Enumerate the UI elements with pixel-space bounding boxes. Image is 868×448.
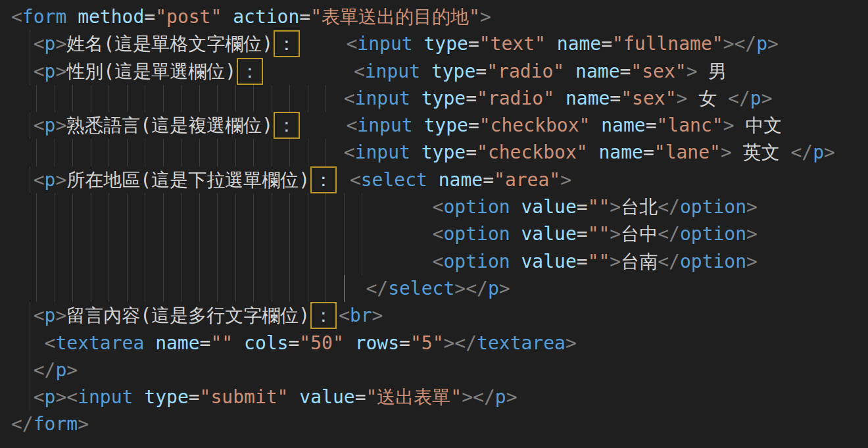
code-token-tag: option bbox=[680, 196, 746, 218]
code-token-string: "radio" bbox=[477, 87, 554, 109]
code-token-tag: p bbox=[45, 386, 56, 408]
code-token-tag: input bbox=[357, 33, 412, 55]
indent-guide-line bbox=[163, 275, 164, 302]
code-token-punctuation: > bbox=[677, 87, 688, 109]
indent-guide-line bbox=[127, 248, 128, 275]
indent-guide-line bbox=[289, 85, 290, 112]
code-token-attribute: name bbox=[155, 332, 199, 354]
code-token-operator: = bbox=[468, 33, 479, 55]
code-token-tag: p bbox=[45, 169, 56, 191]
code-token-punctuation: > bbox=[560, 169, 571, 191]
code-line: <option value="">台中</option> bbox=[0, 220, 868, 247]
code-token-text: 姓名(這是單格文字欄位) bbox=[66, 33, 273, 55]
code-token-punctuation: > bbox=[824, 141, 835, 163]
code-token-text: 熟悉語言(這是複選欄位) bbox=[66, 114, 273, 136]
code-line: <p><input type="submit" value="送出表單"></p… bbox=[0, 384, 868, 411]
indent-guide-line bbox=[55, 248, 55, 275]
code-token-whitespace bbox=[11, 196, 433, 218]
indent-guide-line bbox=[91, 275, 91, 302]
code-token-punctuation: < bbox=[433, 251, 444, 272]
code-token-string: "lane" bbox=[654, 141, 721, 163]
unicode-highlight-colon: ： bbox=[237, 58, 263, 85]
indent-guide-line bbox=[344, 220, 345, 247]
code-token-punctuation: < bbox=[433, 196, 444, 218]
code-token-punctuation: < bbox=[339, 305, 350, 326]
code-token-whitespace bbox=[339, 169, 350, 191]
code-token-punctuation: > bbox=[480, 6, 491, 28]
indent-guide-line bbox=[308, 220, 308, 247]
code-token-tag: p bbox=[495, 386, 506, 408]
code-token-string: "5" bbox=[410, 332, 444, 354]
indent-guide-line bbox=[235, 193, 236, 220]
code-token-text bbox=[546, 33, 557, 55]
code-token-punctuation: </ bbox=[658, 196, 680, 218]
code-token-attribute: name bbox=[439, 169, 483, 191]
indent-guide-line bbox=[72, 220, 73, 247]
code-token-string: "post" bbox=[155, 6, 222, 28]
indent-guide-line bbox=[308, 193, 308, 220]
indent-guide-line bbox=[253, 85, 254, 112]
indent-guide-line bbox=[272, 139, 272, 166]
indent-guide-line bbox=[72, 275, 73, 302]
code-token-punctuation: < bbox=[354, 61, 365, 82]
code-token-tag: p bbox=[750, 87, 761, 109]
code-token-text bbox=[413, 33, 424, 55]
code-token-text: 台北 bbox=[621, 196, 658, 218]
code-token-punctuation: < bbox=[344, 141, 355, 163]
code-token-text bbox=[410, 87, 422, 109]
code-token-text bbox=[413, 114, 424, 136]
code-editor[interactable]: <form method="post" action="表單送出的目的地"> <… bbox=[0, 0, 868, 448]
code-token-operator: = bbox=[288, 332, 299, 354]
indent-guide-line bbox=[36, 248, 37, 275]
code-token-tag: option bbox=[680, 251, 746, 272]
indent-guide-line bbox=[36, 139, 37, 166]
indent-guide-line bbox=[91, 85, 91, 112]
indent-guide-line bbox=[272, 248, 272, 275]
indent-guide-line bbox=[199, 248, 200, 275]
code-token-punctuation: > bbox=[462, 386, 473, 408]
indent-guide-line bbox=[127, 275, 128, 302]
code-token-punctuation: < bbox=[346, 33, 357, 55]
indent-guide-line-active bbox=[344, 275, 345, 302]
indent-guide-line bbox=[145, 139, 145, 166]
code-token-operator: = bbox=[355, 386, 366, 408]
indent-guide-line bbox=[326, 275, 326, 302]
code-token-attribute: type bbox=[422, 87, 466, 109]
code-token-operator: = bbox=[577, 196, 588, 218]
indent-guide-line bbox=[326, 193, 326, 220]
indent-guide-line bbox=[308, 85, 308, 112]
indent-guide-line bbox=[30, 58, 30, 85]
indent-guide-line bbox=[272, 220, 272, 247]
indent-guide-line bbox=[91, 139, 91, 166]
code-token-attribute: rows bbox=[355, 332, 399, 354]
indent-guide-line bbox=[108, 220, 109, 247]
code-token-punctuation: < bbox=[346, 114, 357, 136]
indent-guide-line bbox=[289, 193, 290, 220]
indent-guide-line bbox=[235, 220, 236, 247]
indent-guide-line bbox=[199, 193, 200, 220]
indent-guide-line bbox=[181, 220, 181, 247]
code-token-attribute: value bbox=[521, 223, 576, 245]
code-token-tag: textarea bbox=[55, 332, 144, 354]
code-token-attribute: type bbox=[431, 61, 475, 82]
indent-guide-line bbox=[362, 193, 362, 220]
code-token-punctuation: < bbox=[34, 61, 45, 82]
code-token-operator: = bbox=[468, 114, 479, 136]
indent-guide-line bbox=[55, 85, 55, 112]
code-token-punctuation: > bbox=[454, 278, 466, 299]
code-token-punctuation: < bbox=[45, 332, 56, 354]
indent-guide-line bbox=[36, 220, 37, 247]
code-token-text bbox=[233, 332, 244, 354]
indent-guide-line bbox=[30, 357, 30, 384]
code-token-punctuation: < bbox=[34, 33, 45, 55]
code-token-punctuation: > bbox=[723, 33, 735, 55]
code-token-punctuation: > bbox=[444, 332, 455, 354]
indent-guide-line bbox=[163, 248, 164, 275]
code-token-whitespace bbox=[11, 278, 366, 299]
code-line: <option value="">台南</option> bbox=[0, 248, 868, 275]
indent-guide-line bbox=[91, 220, 91, 247]
indent-guide-line bbox=[289, 220, 290, 247]
indent-guide-line bbox=[199, 85, 200, 112]
code-token-punctuation: > bbox=[746, 196, 758, 218]
code-token-tag: textarea bbox=[477, 332, 566, 354]
